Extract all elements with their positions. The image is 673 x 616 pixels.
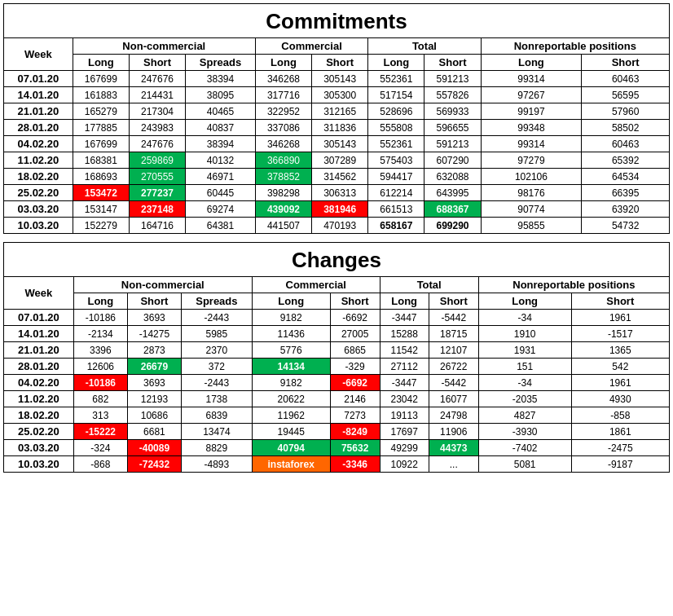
cell: 322952	[255, 103, 311, 120]
changes-nc-short-header: Short	[127, 293, 181, 310]
cell: 177885	[73, 120, 129, 136]
cell: -5442	[429, 310, 478, 326]
cell: -2443	[181, 375, 252, 391]
changes-t-short-header: Short	[429, 293, 478, 310]
cell: 366890	[255, 152, 311, 169]
cell: 552361	[368, 71, 424, 87]
cell: 591213	[424, 71, 481, 87]
cell: 643995	[424, 185, 481, 201]
cell: -2475	[571, 440, 669, 456]
cell: 470193	[312, 218, 368, 234]
table-row: 07.01.20-101863693-24439182-6692-3447-54…	[4, 310, 670, 326]
changes-nr-short-header: Short	[571, 293, 669, 310]
cell: 46971	[186, 169, 256, 185]
cell: 58502	[582, 120, 670, 136]
cell: 60445	[186, 185, 256, 201]
table-row: 21.01.2016527921730440465322952312165528…	[4, 103, 670, 120]
cell: 305300	[312, 87, 368, 103]
cell: 07.01.20	[4, 71, 73, 87]
cell: -868	[73, 456, 127, 473]
c-short-header: Short	[312, 55, 368, 71]
cell: 152279	[73, 218, 129, 234]
cell: -5442	[429, 375, 478, 391]
cell: 19113	[380, 407, 429, 424]
cell: 12193	[127, 391, 181, 407]
cell: -3447	[380, 310, 429, 326]
table-row: 14.01.20-2134-14275598511436270051528818…	[4, 326, 670, 342]
cell: 95855	[481, 218, 582, 234]
changes-commercial-header: Commercial	[252, 277, 380, 293]
changes-c-long-header: Long	[252, 293, 330, 310]
cell: 259869	[129, 152, 185, 169]
cell: 528696	[368, 103, 424, 120]
cell: -1517	[571, 326, 669, 342]
cell: 305143	[312, 136, 368, 152]
cell: -858	[571, 407, 669, 424]
cell: 27112	[380, 359, 429, 375]
cell: 11.02.20	[4, 391, 74, 407]
cell: 270555	[129, 169, 185, 185]
cell: 65392	[582, 152, 670, 169]
commitments-table: Week Non-commercial Commercial Total Non…	[3, 37, 670, 234]
cell: -324	[73, 440, 127, 456]
nr-long-header: Long	[481, 55, 582, 71]
cell: 21.01.20	[4, 342, 74, 359]
cell: 337086	[255, 120, 311, 136]
cell: 312165	[312, 103, 368, 120]
cell: 151	[478, 359, 571, 375]
cell: 25.02.20	[4, 185, 73, 201]
cell: 168381	[73, 152, 129, 169]
cell: 11962	[252, 407, 330, 424]
cell: 346268	[255, 136, 311, 152]
cell: 10.03.20	[4, 218, 73, 234]
table-row: 28.01.20126062667937214134-3292711226722…	[4, 359, 670, 375]
commitments-section: Commitments Week Non-commercial Commerci…	[3, 3, 670, 234]
cell: 18.02.20	[4, 407, 74, 424]
cell: 90774	[481, 201, 582, 218]
cell: 317716	[255, 87, 311, 103]
cell: 99348	[481, 120, 582, 136]
cell: 10686	[127, 407, 181, 424]
cell: 66395	[582, 185, 670, 201]
cell: 38394	[186, 71, 256, 87]
cell: 98176	[481, 185, 582, 201]
changes-nr-long-header: Long	[478, 293, 571, 310]
cell: 40132	[186, 152, 256, 169]
cell: 167699	[73, 71, 129, 87]
table-row: 11.02.2016838125986940132366890307289575…	[4, 152, 670, 169]
cell: 99314	[481, 71, 582, 87]
nonreportable-header: Nonreportable positions	[481, 38, 669, 55]
cell: 38095	[186, 87, 256, 103]
cell: 38394	[186, 136, 256, 152]
cell: 6839	[181, 407, 252, 424]
cell: 18715	[429, 326, 478, 342]
c-long-header: Long	[255, 55, 311, 71]
noncommercial-header: Non-commercial	[73, 38, 255, 55]
cell: 97267	[481, 87, 582, 103]
changes-nonreportable-header: Nonreportable positions	[478, 277, 669, 293]
commercial-header: Commercial	[255, 38, 367, 55]
nc-short-header: Short	[129, 55, 185, 71]
cell: 557826	[424, 87, 481, 103]
cell: 168693	[73, 169, 129, 185]
cell: 153472	[73, 185, 129, 201]
nc-long-header: Long	[73, 55, 129, 71]
cell: 40837	[186, 120, 256, 136]
cell: 167699	[73, 136, 129, 152]
cell: -10186	[73, 310, 127, 326]
cell: 3396	[73, 342, 127, 359]
cell: 97279	[481, 152, 582, 169]
cell: 217304	[129, 103, 185, 120]
cell: 11906	[429, 424, 478, 440]
cell: -3346	[330, 456, 380, 473]
cell: 3693	[127, 375, 181, 391]
table-row: 10.03.20-868-72432-4893instaforex-334610…	[4, 456, 670, 473]
changes-c-short-header: Short	[330, 293, 380, 310]
cell: -10186	[73, 375, 127, 391]
cell: 594417	[368, 169, 424, 185]
cell: 569933	[424, 103, 481, 120]
table-row: 14.01.2016188321443138095317716305300517…	[4, 87, 670, 103]
cell: 307289	[312, 152, 368, 169]
cell: 7273	[330, 407, 380, 424]
cell: 13474	[181, 424, 252, 440]
